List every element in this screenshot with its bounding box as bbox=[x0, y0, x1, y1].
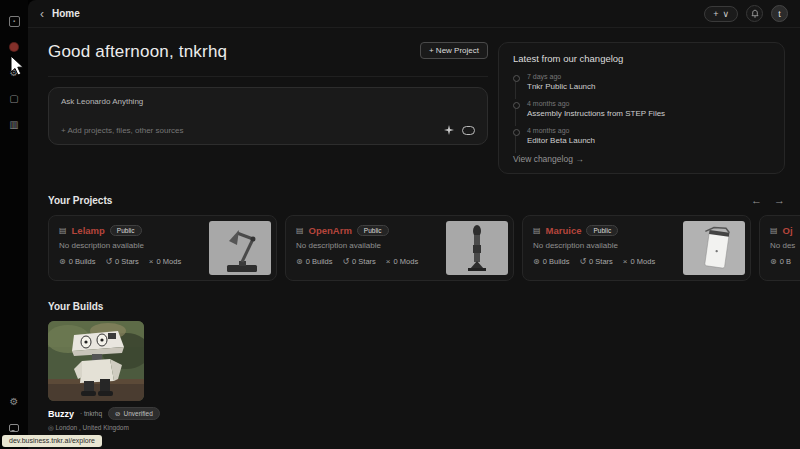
app-logo-icon[interactable]: ▪ bbox=[7, 14, 21, 28]
project-description: No description available bbox=[533, 241, 677, 250]
link-preview-statusbar: dev.business.tnkr.ai/explore bbox=[2, 435, 102, 447]
builds-count: 0 Builds bbox=[306, 257, 333, 266]
record-indicator-icon[interactable] bbox=[7, 40, 21, 54]
bell-icon bbox=[750, 9, 760, 19]
main-panel: ‹ Home + ∨ t Good afternoon, tnkrhq bbox=[28, 0, 800, 449]
changelog-title: Latest from our changelog bbox=[513, 53, 770, 64]
unverified-icon: ⊘ bbox=[115, 410, 120, 418]
builds-count: 0 B bbox=[780, 257, 791, 266]
builds-icon: ⊛ bbox=[770, 257, 777, 266]
avatar[interactable]: t bbox=[771, 5, 788, 22]
changelog-item: 7 days ago Tnkr Public Launch bbox=[513, 73, 770, 91]
content-area: Good afternoon, tnkrhq + New Project Ask… bbox=[28, 28, 800, 449]
changelog-panel: Latest from our changelog 7 days ago Tnk… bbox=[498, 42, 785, 174]
build-card-buzzy[interactable]: Buzzy · tnkrhq ⊘Unverified ◎ London , Un… bbox=[48, 321, 144, 432]
changelog-entry: Editor Beta Launch bbox=[527, 136, 770, 145]
build-name[interactable]: Buzzy bbox=[48, 409, 74, 419]
verification-badge: ⊘Unverified bbox=[108, 407, 160, 420]
project-card-maruice[interactable]: ▤ Maruice Public No description availabl… bbox=[522, 215, 751, 281]
project-name[interactable]: Maruice bbox=[546, 225, 582, 236]
archive-icon[interactable]: ▥ bbox=[7, 118, 21, 132]
changelog-entry: Assembly Instructions from STEP Files bbox=[527, 109, 770, 118]
project-description: No description available bbox=[59, 241, 203, 250]
location-pin-icon: ◎ bbox=[48, 424, 54, 431]
project-icon: ▤ bbox=[533, 226, 541, 235]
builds-section-title: Your Builds bbox=[48, 301, 103, 312]
mods-icon: × bbox=[623, 257, 628, 266]
changelog-time: 4 months ago bbox=[527, 127, 770, 134]
changelog-item: 4 months ago Editor Beta Launch bbox=[513, 127, 770, 145]
project-thumbnail-lamp bbox=[209, 221, 271, 275]
changelog-time: 4 months ago bbox=[527, 100, 770, 107]
projects-row: ▤ Lelamp Public No description available… bbox=[48, 215, 800, 281]
sparkle-icon[interactable] bbox=[444, 125, 454, 135]
quick-add-button[interactable]: + ∨ bbox=[704, 6, 738, 22]
stars-count: 0 Stars bbox=[352, 257, 376, 266]
stars-icon: ↺ bbox=[105, 257, 112, 266]
visibility-badge: Public bbox=[110, 225, 142, 236]
add-sources-button[interactable]: + Add projects, files, other sources bbox=[61, 126, 184, 135]
voice-chat-icon[interactable] bbox=[462, 126, 475, 135]
breadcrumb[interactable]: Home bbox=[52, 8, 80, 19]
project-icon: ▤ bbox=[296, 226, 304, 235]
builds-count: 0 Builds bbox=[543, 257, 570, 266]
view-changelog-link[interactable]: View changelog → bbox=[513, 154, 770, 164]
build-owner[interactable]: · tnkrhq bbox=[80, 410, 102, 417]
project-description: No des bbox=[770, 241, 800, 250]
project-thumbnail-arm bbox=[446, 221, 508, 275]
mods-count: 0 Mods bbox=[631, 257, 656, 266]
mods-count: 0 Mods bbox=[394, 257, 419, 266]
builds-icon: ⊛ bbox=[296, 257, 303, 266]
project-icon: ▤ bbox=[770, 226, 778, 235]
project-card-lelamp[interactable]: ▤ Lelamp Public No description available… bbox=[48, 215, 277, 281]
mods-icon: × bbox=[386, 257, 391, 266]
settings-icon[interactable]: ⚙ bbox=[7, 66, 21, 80]
chevron-down-icon: ∨ bbox=[722, 9, 729, 19]
plus-icon: + bbox=[713, 9, 718, 19]
visibility-badge: Public bbox=[357, 225, 389, 236]
project-thumbnail-device bbox=[683, 221, 745, 275]
mods-count: 0 Mods bbox=[157, 257, 182, 266]
chat-icon[interactable] bbox=[7, 421, 21, 435]
project-icon: ▤ bbox=[59, 226, 67, 235]
ask-input[interactable]: Ask Leonardo Anything bbox=[61, 97, 475, 106]
stars-icon: ↺ bbox=[579, 257, 586, 266]
project-description: No description available bbox=[296, 241, 440, 250]
build-location: ◎ London , United Kingdom bbox=[48, 424, 144, 432]
changelog-item: 4 months ago Assembly Instructions from … bbox=[513, 100, 770, 118]
settings-bottom-icon[interactable]: ⚙ bbox=[7, 395, 21, 409]
new-project-button[interactable]: + New Project bbox=[420, 42, 488, 59]
mods-icon: × bbox=[149, 257, 154, 266]
app-window: ▪ ⚙ ▢ ▥ ⚙ ‹ Home + ∨ t bbox=[0, 0, 800, 449]
ask-leonardo-panel[interactable]: Ask Leonardo Anything + Add projects, fi… bbox=[48, 87, 488, 145]
carousel-left-icon[interactable]: ← bbox=[751, 194, 762, 206]
user-icon[interactable]: ▢ bbox=[7, 92, 21, 106]
notifications-button[interactable] bbox=[746, 5, 763, 22]
changelog-time: 7 days ago bbox=[527, 73, 770, 80]
back-button[interactable]: ‹ bbox=[40, 7, 44, 21]
divider bbox=[48, 76, 488, 77]
stars-count: 0 Stars bbox=[589, 257, 613, 266]
builds-icon: ⊛ bbox=[59, 257, 66, 266]
builds-count: 0 Builds bbox=[69, 257, 96, 266]
builds-icon: ⊛ bbox=[533, 257, 540, 266]
project-name[interactable]: OpenArm bbox=[309, 225, 352, 236]
page-title: Good afternoon, tnkrhq bbox=[48, 42, 227, 62]
visibility-badge: Public bbox=[586, 225, 618, 236]
carousel-right-icon[interactable]: → bbox=[774, 194, 785, 206]
stars-icon: ↺ bbox=[342, 257, 349, 266]
projects-section-title: Your Projects bbox=[48, 195, 112, 206]
left-sidebar: ▪ ⚙ ▢ ▥ ⚙ bbox=[0, 0, 28, 449]
changelog-entry: Tnkr Public Launch bbox=[527, 82, 770, 91]
build-thumbnail-robot[interactable] bbox=[48, 321, 144, 401]
topbar: ‹ Home + ∨ t bbox=[28, 0, 800, 28]
project-name[interactable]: Oj bbox=[783, 225, 793, 236]
stars-count: 0 Stars bbox=[115, 257, 139, 266]
project-name[interactable]: Lelamp bbox=[72, 225, 105, 236]
project-card-openarm[interactable]: ▤ OpenArm Public No description availabl… bbox=[285, 215, 514, 281]
project-card-partial[interactable]: ▤ Oj No des ⊛0 B bbox=[759, 215, 800, 281]
